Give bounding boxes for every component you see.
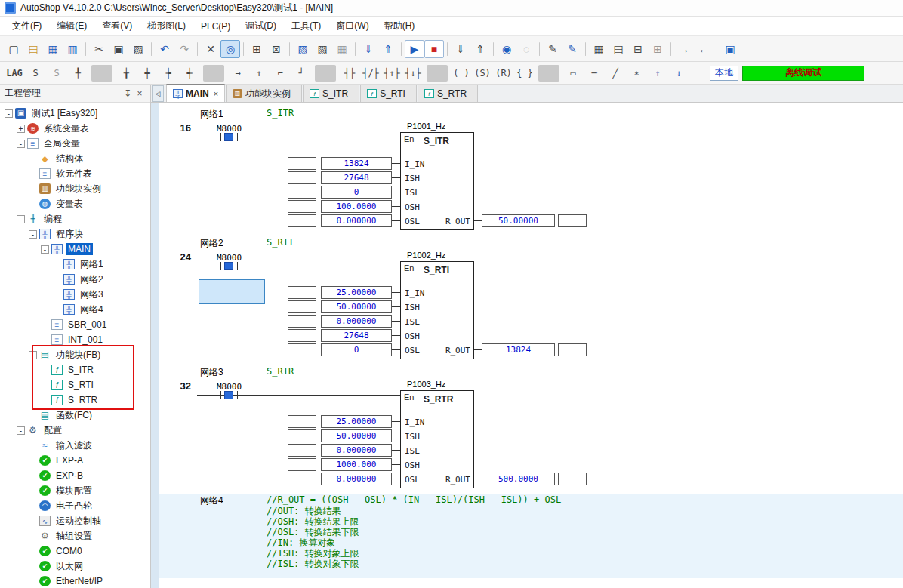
- operand-value-box[interactable]: 0.000000: [321, 444, 392, 457]
- tab-close-icon[interactable]: ×: [214, 89, 218, 98]
- coil-set-button[interactable]: (S): [472, 65, 493, 82]
- output-comment-box[interactable]: [558, 214, 587, 227]
- tree-item[interactable]: EXP-A: [0, 453, 150, 468]
- tree-item[interactable]: - 程序块: [0, 226, 150, 242]
- delete-row-button[interactable]: ┿: [137, 65, 158, 82]
- invert-button[interactable]: ∗: [626, 65, 647, 82]
- symbol-table-button[interactable]: ▦: [332, 40, 352, 58]
- new-project-button[interactable]: ▢: [4, 40, 23, 58]
- insert-row-button[interactable]: ╀: [67, 65, 88, 82]
- tree-item[interactable]: S_RTR: [0, 393, 150, 408]
- upload-plc-button[interactable]: ⇑: [470, 40, 490, 58]
- function-block-button[interactable]: ▭: [562, 65, 584, 82]
- power-flow-indicator[interactable]: [224, 391, 233, 399]
- menu-item[interactable]: 梯形图(L): [140, 17, 193, 35]
- stop-button[interactable]: ■: [424, 40, 444, 58]
- tree-item[interactable]: 网络3: [0, 287, 150, 302]
- tree-item[interactable]: - 测试1 [Easy320]: [0, 106, 150, 121]
- tree-item[interactable]: 模块配置: [0, 483, 150, 498]
- find-button[interactable]: ◎: [220, 40, 240, 58]
- tree-expander-icon[interactable]: -: [17, 215, 25, 223]
- redo-button[interactable]: ↷: [174, 40, 194, 58]
- monitor-on-button[interactable]: ◉: [497, 40, 516, 58]
- operand-comment-box[interactable]: [288, 157, 316, 170]
- operand-comment-box[interactable]: [288, 415, 316, 428]
- tree-item[interactable]: 变量表: [0, 196, 150, 211]
- arrow-down-button[interactable]: ↓: [668, 65, 689, 82]
- function-block[interactable]: En S_RTI I_INISHISLOSHOSL R_OUT: [400, 261, 474, 359]
- tree-item[interactable]: 函数(FC): [0, 408, 150, 423]
- tree-expander-icon[interactable]: -: [29, 351, 37, 359]
- write-value-button[interactable]: ✎: [543, 40, 562, 58]
- operand-comment-box[interactable]: [288, 458, 316, 471]
- document-tab[interactable]: S_ITR: [303, 85, 359, 102]
- tree-item[interactable]: 输入滤波: [0, 438, 150, 453]
- offline-debug-button[interactable]: 离线调试: [742, 66, 864, 81]
- tree-expander-icon[interactable]: -: [17, 140, 25, 148]
- menu-item[interactable]: 调试(D): [238, 17, 284, 35]
- operand-value-box[interactable]: 0: [321, 186, 392, 199]
- tree-item[interactable]: SBR_001: [0, 317, 150, 332]
- tree-item[interactable]: 网络4: [0, 302, 150, 317]
- instruction-lag-button[interactable]: LAG: [4, 65, 25, 82]
- coil-reset-button[interactable]: (R): [493, 65, 514, 82]
- operand-comment-box[interactable]: [288, 186, 316, 199]
- pin-icon[interactable]: ↧: [122, 88, 134, 100]
- wire-right-button[interactable]: →: [227, 65, 248, 82]
- operand-comment-box[interactable]: [288, 171, 316, 184]
- power-flow-indicator[interactable]: [224, 262, 233, 270]
- paste-button[interactable]: ▨: [128, 40, 148, 58]
- operand-comment-box[interactable]: [288, 444, 316, 457]
- tree-item[interactable]: S_ITR: [0, 362, 150, 377]
- operand-value-box[interactable]: 25.00000: [321, 286, 392, 299]
- document-tab[interactable]: S_RTR: [418, 85, 478, 102]
- local-mode-button[interactable]: 本地: [710, 66, 738, 81]
- wire-up-button[interactable]: ↑: [248, 65, 270, 82]
- tree-item[interactable]: COM0: [0, 543, 150, 559]
- upload-button[interactable]: ⇑: [378, 40, 398, 58]
- tree-item[interactable]: 运动控制轴: [0, 513, 150, 528]
- output-comment-box[interactable]: [558, 343, 587, 356]
- operand-comment-box[interactable]: [288, 429, 316, 442]
- operand-value-box[interactable]: 50.00000: [321, 300, 392, 313]
- operand-value-box[interactable]: 100.0000: [321, 200, 392, 213]
- copy-button[interactable]: ▣: [109, 40, 128, 58]
- open-project-button[interactable]: ▤: [23, 40, 43, 58]
- menu-item[interactable]: PLC(P): [193, 18, 238, 35]
- operand-comment-box[interactable]: [288, 200, 316, 213]
- cross-reference-button[interactable]: ⊞: [648, 40, 667, 58]
- tree-item[interactable]: - 编程: [0, 211, 150, 226]
- instruction-box-button[interactable]: { }: [514, 65, 535, 82]
- watch-table-button[interactable]: ▦: [589, 40, 609, 58]
- operand-value-box[interactable]: 0.000000: [321, 214, 392, 227]
- window-layout-button[interactable]: ▣: [720, 40, 740, 58]
- document-tab[interactable]: S_RTI: [360, 85, 417, 102]
- ladder-diagram[interactable]: 16 网络1 S_ITR M8000 P1001_Hz En S_ITR: [159, 103, 903, 588]
- tree-item[interactable]: + 系统变量表: [0, 121, 150, 136]
- save-all-button[interactable]: ▥: [63, 40, 82, 58]
- jump-back-button[interactable]: ←: [694, 40, 713, 58]
- undo-button[interactable]: ↶: [155, 40, 174, 58]
- output-value-box[interactable]: 500.0000: [482, 473, 555, 485]
- compile-button[interactable]: ⊞: [247, 40, 267, 58]
- menu-item[interactable]: 帮助(H): [377, 17, 423, 35]
- tree-item[interactable]: EXP-B: [0, 468, 150, 483]
- tree-item[interactable]: 网络2: [0, 272, 150, 287]
- contact-open-button[interactable]: ┤├: [339, 65, 360, 82]
- trace-button[interactable]: ⊟: [628, 40, 648, 58]
- operand-value-box[interactable]: 27648: [321, 329, 392, 342]
- coil-out-button[interactable]: ( ): [451, 65, 472, 82]
- operand-value-box[interactable]: 0.000000: [321, 473, 392, 485]
- horizontal-line-button[interactable]: ─: [584, 65, 605, 82]
- operand-comment-box[interactable]: [288, 329, 316, 342]
- menu-item[interactable]: 工具(T): [284, 17, 328, 35]
- operand-value-box[interactable]: 13824: [321, 157, 392, 170]
- operand-comment-box[interactable]: [288, 214, 316, 227]
- power-flow-indicator[interactable]: [224, 133, 233, 141]
- document-tab[interactable]: MAIN ×: [166, 84, 225, 102]
- insert-row-below-button[interactable]: ╁: [116, 65, 137, 82]
- tree-expander-icon[interactable]: +: [17, 125, 25, 133]
- tree-item[interactable]: INT_001: [0, 332, 150, 347]
- operand-value-box[interactable]: 0: [321, 343, 392, 356]
- tree-item[interactable]: 软元件表: [0, 166, 150, 181]
